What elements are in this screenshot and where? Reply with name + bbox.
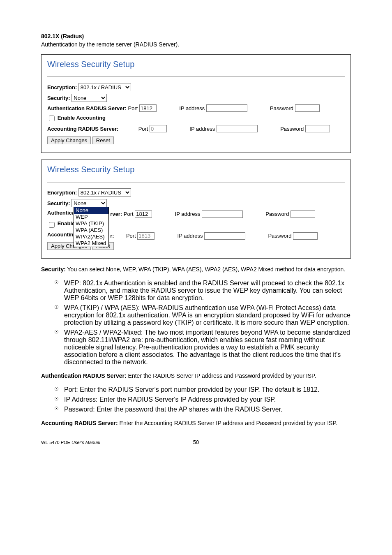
- page-footer: WL-5470 POE User's Manual 50: [41, 440, 351, 445]
- section-subtitle: Authentication by the remote server (RAD…: [41, 41, 351, 48]
- panel-title: Wireless Security Setup: [47, 164, 345, 178]
- ip-label: IP address: [179, 105, 205, 111]
- acct-server-description: Accounting RADIUS Server: Enter the Acco…: [41, 419, 351, 428]
- port-label: Port: [124, 211, 134, 217]
- ip-label: IP address: [178, 233, 203, 239]
- acct-ip-input[interactable]: [217, 125, 258, 132]
- acct-server-label-right: r:: [110, 233, 114, 239]
- auth-server-description: Authentication RADIUS Server: Enter the …: [41, 372, 351, 380]
- acct-port-input[interactable]: [150, 125, 167, 132]
- acct-port-input[interactable]: [137, 232, 154, 240]
- security-option[interactable]: WPA2(AES): [74, 234, 108, 240]
- security-select[interactable]: None: [71, 94, 107, 102]
- list-item: IP Address: Enter the RADIUS Server's IP…: [64, 396, 351, 403]
- auth-server-label-right: rver:: [110, 211, 122, 217]
- ip-label: IP address: [175, 211, 201, 217]
- auth-server-params-list: Port: Enter the RADIUS Server's port num…: [41, 386, 351, 413]
- security-option[interactable]: WEP: [74, 214, 108, 220]
- auth-server-label-trunc: Authentica: [47, 210, 73, 216]
- enable-accounting-checkbox[interactable]: [49, 116, 55, 121]
- security-option[interactable]: None: [74, 207, 108, 214]
- security-option[interactable]: WPA (AES): [74, 227, 108, 234]
- security-option[interactable]: WPA2 Mixed: [74, 240, 108, 247]
- encryption-methods-list: WEP: 802.1x Authentication is enabled an…: [41, 280, 351, 366]
- auth-port-input[interactable]: [135, 210, 152, 218]
- auth-pwd-input[interactable]: [295, 104, 320, 112]
- acct-server-label: Accounting RADIUS Server:: [47, 126, 137, 132]
- ip-label: IP address: [189, 126, 215, 132]
- port-label: Port: [128, 105, 138, 111]
- list-item: Password: Enter the password that the AP…: [64, 406, 351, 413]
- acct-server-label-trunc: Accountin: [47, 231, 73, 238]
- security-dropdown-open[interactable]: NoneWEPWPA (TKIP)WPA (AES)WPA2(AES)WPA2 …: [74, 207, 109, 247]
- panel-title: Wireless Security Setup: [47, 59, 345, 72]
- list-item: WPA (TKIP) / WPA (AES): WPA-RADIUS authe…: [64, 304, 351, 326]
- security-option[interactable]: WPA (TKIP): [74, 220, 108, 227]
- security-description: Security: You can select None, WEP, WPA …: [41, 265, 351, 274]
- list-item: Port: Enter the RADIUS Server's port num…: [64, 386, 351, 393]
- reset-button[interactable]: Reset: [92, 136, 114, 144]
- encryption-label: Encryption:: [47, 190, 77, 196]
- password-label: Password: [268, 233, 291, 239]
- wireless-security-panel-2: Wireless Security Setup Encryption: 802.…: [41, 160, 351, 259]
- auth-port-input[interactable]: [139, 104, 157, 112]
- password-label: Password: [280, 126, 304, 132]
- password-label: Password: [265, 211, 289, 217]
- auth-server-label: Authentication RADIUS Server:: [47, 105, 127, 111]
- encryption-select[interactable]: 802.1x / RADIUS: [78, 188, 131, 197]
- port-label: Port: [126, 233, 136, 239]
- auth-ip-input[interactable]: [202, 210, 243, 218]
- apply-changes-button[interactable]: Apply Changes: [47, 136, 91, 144]
- enable-accounting-checkbox[interactable]: [49, 222, 55, 228]
- encryption-select[interactable]: 802.1x / RADIUS: [78, 83, 131, 91]
- section-heading: 802.1X (Radius): [41, 33, 351, 39]
- encryption-label: Encryption:: [47, 84, 77, 90]
- password-label: Password: [270, 105, 293, 111]
- auth-pwd-input[interactable]: [291, 210, 315, 218]
- security-select[interactable]: None: [71, 199, 107, 207]
- list-item: WEP: 802.1x Authentication is enabled an…: [64, 280, 351, 302]
- wireless-security-panel-1: Wireless Security Setup Encryption: 802.…: [41, 54, 351, 153]
- auth-ip-input[interactable]: [206, 104, 247, 112]
- port-label: Port: [138, 126, 148, 132]
- enable-accounting-label: Enable Accounting: [58, 115, 106, 121]
- acct-ip-input[interactable]: [204, 232, 245, 240]
- list-item: WPA2-AES / WPA2-Mixed: The two most impo…: [64, 329, 351, 366]
- security-label: Security:: [47, 95, 70, 101]
- security-label: Security:: [47, 200, 70, 206]
- divider: [47, 76, 345, 77]
- acct-pwd-input[interactable]: [293, 232, 318, 240]
- enable-accounting-label-trunc: Enable: [58, 220, 74, 227]
- acct-pwd-input[interactable]: [305, 125, 330, 132]
- divider: [47, 182, 345, 183]
